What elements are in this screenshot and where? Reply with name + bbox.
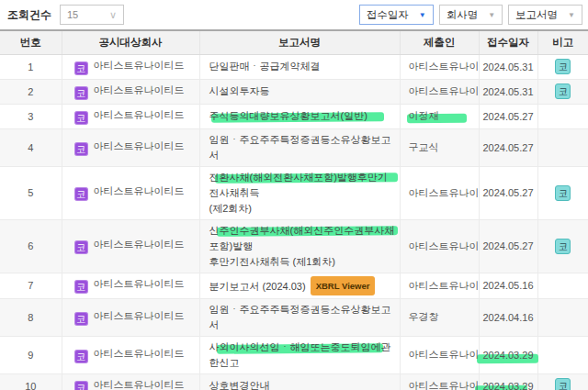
remark-cell: 코 (537, 79, 588, 104)
kosdaq-market-badge: 코 (74, 61, 88, 75)
sort-dropdown-company-label: 회사명 (447, 8, 479, 22)
report-name-link[interactable]: 사외이사의선임ㆍ해임또는중도퇴임에관한신고 (209, 340, 396, 371)
table-row: 7코아티스트유나이티드분기보고서 (2024.03)XBRL Viewer아티스… (0, 273, 588, 298)
remark-cell (537, 128, 588, 166)
sort-dropdown-date[interactable]: 접수일자 ▼ (359, 5, 434, 25)
row-number: 4 (0, 128, 62, 166)
sort-dropdown-report[interactable]: 보고서명 ▼ (508, 5, 582, 25)
submitter-cell: 아티스트유나이... (400, 79, 479, 104)
remark-cell (537, 273, 588, 298)
date-cell: 2024.05.31 (479, 54, 537, 79)
report-line: 임원ㆍ주요주주특정증권등소유상황보고서 (209, 132, 396, 163)
submitter-name: 이정재 (409, 109, 439, 123)
table-row: 8코아티스트유나이티드임원ㆍ주요주주특정증권등소유상황보고서우경창2024.04… (0, 298, 588, 336)
column-header-remark: 비고 (537, 30, 588, 54)
receipt-date: 2024.05.27 (482, 187, 533, 198)
kind-viewer-badge[interactable]: 코 (555, 378, 571, 390)
report-cell: 주식등의대량보유상황보고서(일반) (199, 104, 400, 128)
kind-viewer-badge[interactable]: 코 (555, 239, 571, 254)
submitter-cell: 아티스트유나이... (400, 373, 479, 390)
column-header-number: 번호 (0, 30, 62, 54)
company-name-link[interactable]: 아티스트유나이티드 (94, 310, 185, 321)
kosdaq-market-badge: 코 (74, 312, 88, 326)
submitter-cell: 아티스트유나이... (400, 273, 479, 298)
table-row: 6코아티스트유나이티드신주인수권부사채(해외신주인수권부사채포함)발행후만기전사… (0, 219, 588, 273)
submitter-name: 아티스트유나이... (409, 186, 480, 200)
report-cell: 시설외투자등 (199, 79, 400, 104)
receipt-date: 2024.05.16 (482, 280, 533, 291)
receipt-date: 2024.05.31 (482, 86, 533, 97)
report-name-link[interactable]: 단일판매ㆍ공급계약체결 (209, 59, 321, 74)
sort-dropdown-company[interactable]: 회사명 ▼ (439, 5, 503, 25)
xbrl-viewer-button[interactable]: XBRL Viewer (311, 276, 376, 295)
table-row: 9코아티스트유나이티드사외이사의선임ㆍ해임또는중도퇴임에관한신고아티스트유나이.… (0, 336, 588, 373)
report-line: 임원ㆍ주요주주특정증권등소유상황보고서 (209, 302, 396, 333)
row-number: 10 (0, 373, 62, 390)
kind-viewer-badge[interactable]: 코 (555, 185, 571, 201)
report-name-link[interactable]: 후만기전사채취득 (제1회차) (209, 254, 336, 270)
column-header-report: 보고서명 (199, 30, 400, 54)
row-number: 5 (0, 166, 62, 219)
company-name-link[interactable]: 아티스트유나이티드 (94, 239, 185, 250)
submitter-name: 아티스트유나이... (409, 348, 480, 362)
kosdaq-market-badge: 코 (74, 240, 88, 254)
row-number: 6 (0, 219, 62, 273)
remark-cell: 코 (537, 373, 588, 390)
row-number: 9 (0, 336, 62, 373)
submitter-cell: 아티스트유나이... (400, 219, 479, 273)
company-name-link[interactable]: 아티스트유나이티드 (94, 379, 185, 390)
submitter-cell: 이정재 (400, 104, 479, 128)
report-name-link[interactable]: 상호변경안내 (209, 378, 270, 390)
report-name-link[interactable]: (제2회차) (209, 201, 252, 217)
triangle-down-icon: ▼ (488, 11, 495, 19)
report-name-link[interactable]: 신주인수권부사채(해외신주인수권부사채포함)발행 (209, 223, 396, 254)
table-header-row: 번호 공시대상회사 보고서명 제출인 접수일자 비고 (0, 30, 588, 54)
report-name-link[interactable]: 임원ㆍ주요주주특정증권등소유상황보고서 (209, 132, 396, 163)
kind-viewer-badge[interactable]: 코 (555, 59, 571, 74)
company-cell: 코아티스트유나이티드 (62, 336, 199, 373)
triangle-down-icon: ▼ (568, 11, 575, 19)
report-cell: 단일판매ㆍ공급계약체결 (199, 54, 400, 79)
chevron-down-icon: ∨ (109, 10, 117, 20)
company-cell: 코아티스트유나이티드 (62, 219, 199, 273)
row-number: 8 (0, 298, 62, 336)
table-row: 4코아티스트유나이티드임원ㆍ주요주주특정증권등소유상황보고서구교식2024.05… (0, 128, 588, 166)
report-name-link[interactable]: 주식등의대량보유상황보고서(일반) (209, 108, 368, 124)
company-name-link[interactable]: 아티스트유나이티드 (94, 185, 185, 196)
report-name-link[interactable]: 임원ㆍ주요주주특정증권등소유상황보고서 (209, 302, 396, 333)
company-cell: 코아티스트유나이티드 (62, 273, 199, 298)
company-cell: 코아티스트유나이티드 (62, 128, 199, 166)
company-cell: 코아티스트유나이티드 (62, 79, 199, 104)
date-cell: 2024.04.16 (479, 298, 537, 336)
company-name-link[interactable]: 아티스트유나이티드 (94, 84, 185, 95)
receipt-date: 2024.04.16 (482, 312, 533, 323)
report-line: 상호변경안내 (209, 378, 396, 390)
remark-cell: 코 (537, 54, 588, 79)
company-cell: 코아티스트유나이티드 (62, 54, 199, 79)
company-cell: 코아티스트유나이티드 (62, 373, 199, 390)
report-name-link[interactable]: 시설외투자등 (209, 84, 270, 99)
company-name-link[interactable]: 아티스트유나이티드 (94, 278, 185, 289)
company-name-link[interactable]: 아티스트유나이티드 (94, 60, 185, 71)
company-name-link[interactable]: 아티스트유나이티드 (94, 348, 185, 359)
submitter-cell: 아티스트유나이... (400, 166, 479, 219)
receipt-date: 2024.05.27 (482, 111, 533, 122)
row-number: 1 (0, 54, 62, 79)
disclosure-table: 번호 공시대상회사 보고서명 제출인 접수일자 비고 1코아티스트유나이티드단일… (0, 29, 588, 390)
row-number: 7 (0, 273, 62, 298)
report-cell: 분기보고서 (2024.03)XBRL Viewer (199, 273, 400, 298)
toolbar: 조회건수 15 ∨ 접수일자 ▼ 회사명 ▼ 보고서명 ▼ (0, 0, 588, 29)
result-count-label: 조회건수 (7, 7, 51, 23)
report-name-link[interactable]: 전환사채(해외전환사채포함)발행후만기전사채취득 (209, 170, 396, 201)
kind-viewer-badge[interactable]: 코 (555, 84, 571, 99)
column-header-date: 접수일자 (479, 30, 537, 54)
kosdaq-market-badge: 코 (74, 350, 88, 363)
report-name-link[interactable]: 분기보고서 (2024.03) (209, 279, 306, 295)
submitter-name: 아티스트유나이... (409, 279, 480, 293)
column-header-company: 공시대상회사 (62, 30, 199, 54)
column-header-submitter: 제출인 (400, 30, 479, 54)
company-name-link[interactable]: 아티스트유나이티드 (94, 109, 185, 120)
company-name-link[interactable]: 아티스트유나이티드 (94, 140, 185, 151)
result-count-select[interactable]: 15 ∨ (60, 5, 124, 25)
report-line: 주식등의대량보유상황보고서(일반) (209, 108, 396, 124)
